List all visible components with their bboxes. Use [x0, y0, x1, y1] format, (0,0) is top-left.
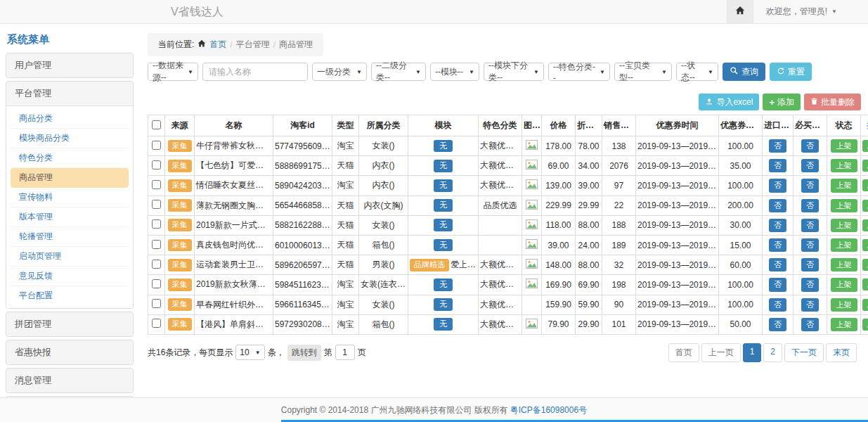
sidebar-item-省惠快报[interactable]: 省惠快报: [6, 340, 133, 364]
row-checkbox[interactable]: [152, 279, 161, 288]
sidebar-subitem-意见反馈[interactable]: 意见反馈: [11, 267, 129, 286]
module-badge[interactable]: 无: [434, 219, 453, 231]
row-checkbox[interactable]: [152, 299, 161, 308]
edit-button[interactable]: [862, 160, 868, 172]
pager-下一页[interactable]: 下一页: [784, 343, 824, 362]
icp-link[interactable]: 粤ICP备16098006号: [510, 404, 587, 416]
must-buy-toggle[interactable]: 否: [801, 139, 819, 153]
status-button[interactable]: 上架: [831, 199, 857, 212]
import-select-toggle[interactable]: 否: [769, 159, 786, 172]
batch-delete-button[interactable]: 批量删除: [804, 94, 861, 110]
import-select-toggle[interactable]: 否: [769, 238, 786, 252]
status-button[interactable]: 上架: [831, 159, 857, 172]
sidebar-subitem-版本管理[interactable]: 版本管理: [11, 207, 129, 227]
pager-1[interactable]: 1: [743, 343, 762, 362]
status-button[interactable]: 上架: [831, 238, 857, 252]
data-source-select[interactable]: --数据来源--▼: [148, 63, 198, 81]
page-number-input[interactable]: [335, 345, 355, 360]
sidebar-subitem-特色分类[interactable]: 特色分类: [11, 148, 129, 168]
status-button[interactable]: 上架: [831, 278, 857, 291]
breadcrumb-item-platform[interactable]: 平台管理: [236, 39, 270, 51]
feature-category-select[interactable]: --特色分类--▼: [548, 63, 610, 81]
jump-button[interactable]: 跳转到: [287, 345, 321, 361]
pager-2[interactable]: 2: [763, 343, 782, 362]
row-checkbox[interactable]: [152, 160, 161, 170]
module-select[interactable]: --模块--▼: [430, 63, 479, 81]
module-badge[interactable]: 无: [434, 239, 453, 252]
status-button[interactable]: 上架: [831, 298, 857, 312]
must-buy-toggle[interactable]: 否: [801, 318, 819, 331]
row-checkbox[interactable]: [152, 180, 161, 189]
item-type-select[interactable]: --宝贝类型--▼: [614, 63, 672, 81]
home-button[interactable]: [727, 0, 753, 23]
edit-button[interactable]: [862, 259, 868, 271]
reset-button[interactable]: 重置: [770, 63, 812, 81]
must-buy-toggle[interactable]: 否: [801, 179, 819, 192]
import-select-toggle[interactable]: 否: [769, 199, 786, 212]
module-badge[interactable]: 无: [434, 279, 453, 291]
import-select-toggle[interactable]: 否: [769, 278, 786, 291]
sidebar-subitem-模块商品分类[interactable]: 模块商品分类: [11, 129, 129, 148]
module-badge[interactable]: 无: [434, 179, 453, 192]
module-badge[interactable]: 无: [434, 199, 453, 212]
status-button[interactable]: 上架: [831, 179, 857, 192]
edit-button[interactable]: [862, 279, 868, 290]
select-all-checkbox[interactable]: [152, 120, 161, 129]
status-button[interactable]: 上架: [831, 318, 857, 331]
status-select[interactable]: --状态--▼: [676, 63, 718, 81]
row-checkbox[interactable]: [152, 200, 161, 209]
pager-上一页[interactable]: 上一页: [701, 343, 741, 362]
per-page-select[interactable]: 10 ▼: [235, 345, 264, 360]
row-checkbox[interactable]: [152, 319, 161, 328]
pager-首页[interactable]: 首页: [668, 343, 699, 362]
import-select-toggle[interactable]: 否: [769, 318, 786, 331]
row-checkbox[interactable]: [152, 240, 161, 249]
edit-button[interactable]: [862, 319, 868, 331]
module-badge[interactable]: 无: [434, 318, 453, 331]
must-buy-toggle[interactable]: 否: [801, 238, 819, 252]
breadcrumb-home-link[interactable]: 首页: [209, 39, 226, 51]
edit-button[interactable]: [862, 219, 868, 231]
module-badge[interactable]: 无: [434, 298, 453, 311]
module-sub-category-select[interactable]: --模块下分类--▼: [484, 63, 544, 81]
sidebar-subitem-商品管理[interactable]: 商品管理: [11, 168, 129, 188]
edit-button[interactable]: [862, 200, 868, 212]
must-buy-toggle[interactable]: 否: [801, 298, 819, 312]
sidebar-subitem-商品分类[interactable]: 商品分类: [11, 109, 129, 129]
module-badge[interactable]: 无: [434, 160, 453, 172]
import-excel-button[interactable]: 导入excel: [699, 94, 759, 110]
breadcrumb-item-goods[interactable]: 商品管理: [279, 39, 313, 51]
sidebar-item-拼团管理[interactable]: 拼团管理: [6, 312, 133, 336]
must-buy-toggle[interactable]: 否: [801, 159, 819, 172]
row-checkbox[interactable]: [152, 141, 161, 150]
edit-button[interactable]: [862, 299, 868, 311]
import-select-toggle[interactable]: 否: [769, 219, 786, 232]
import-select-toggle[interactable]: 否: [769, 179, 786, 192]
must-buy-toggle[interactable]: 否: [801, 199, 819, 212]
module-badge[interactable]: 无: [434, 140, 453, 153]
status-button[interactable]: 上架: [831, 219, 857, 232]
import-select-toggle[interactable]: 否: [769, 139, 786, 153]
user-menu[interactable]: 欢迎您，管理员! ▼: [753, 0, 868, 23]
edit-button[interactable]: [862, 140, 868, 152]
pager-末页[interactable]: 末页: [826, 343, 857, 362]
sidebar-subitem-宣传物料[interactable]: 宣传物料: [11, 188, 129, 207]
import-select-toggle[interactable]: 否: [769, 258, 786, 271]
row-checkbox[interactable]: [152, 260, 161, 269]
sidebar-item-平台管理[interactable]: 平台管理: [6, 82, 133, 106]
name-input[interactable]: [202, 63, 308, 81]
edit-button[interactable]: [862, 239, 868, 251]
must-buy-toggle[interactable]: 否: [801, 219, 819, 232]
sidebar-item-用户管理[interactable]: 用户管理: [6, 53, 133, 77]
sidebar-subitem-启动页管理[interactable]: 启动页管理: [11, 247, 129, 267]
add-button[interactable]: + 添加: [763, 94, 801, 110]
level1-category-select[interactable]: 一级分类▼: [312, 63, 367, 81]
edit-button[interactable]: [862, 179, 868, 191]
search-button[interactable]: 查询: [723, 63, 765, 81]
status-button[interactable]: 上架: [831, 139, 857, 153]
module-badge[interactable]: 品牌精选: [410, 259, 449, 271]
sidebar-subitem-轮播管理[interactable]: 轮播管理: [11, 227, 129, 247]
import-select-toggle[interactable]: 否: [769, 298, 786, 312]
level2-category-select[interactable]: --二级分类--▼: [371, 63, 426, 81]
row-checkbox[interactable]: [152, 219, 161, 229]
